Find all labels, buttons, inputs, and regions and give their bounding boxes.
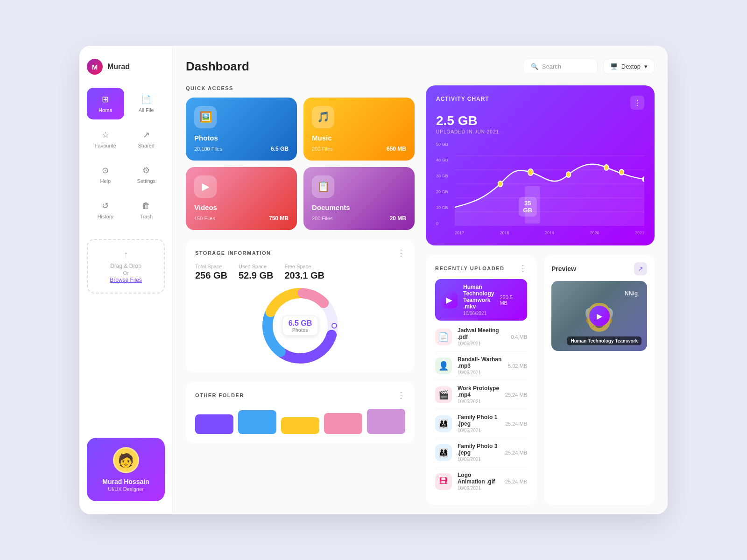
quick-access-section: QUICK ACCESS 🖼️ Photos 20,100 Files 6.5 … xyxy=(186,85,415,230)
storage-more-button[interactable]: ⋮ xyxy=(397,249,405,257)
chart-y-labels: 50 GB 40 GB 30 GB 20 GB 10 GB 0 xyxy=(436,142,448,226)
recent-item-1[interactable]: 📄 Jadwal Meeting .pdf 10/06/2021 0.4 MB xyxy=(435,322,527,351)
sidebar-item-label: All File xyxy=(139,107,154,113)
search-icon: 🔍 xyxy=(531,63,538,70)
sidebar: M Murad ⊞ Home 📄 All File ☆ Favourite ↗ … xyxy=(79,46,173,514)
sidebar-item-label: Help xyxy=(100,178,111,184)
donut-category: Photos xyxy=(289,328,312,333)
recent-item-0[interactable]: ▶ Human Technology Teamwork .mkv 10/06/2… xyxy=(435,279,527,321)
preview-expand-button[interactable]: ↗ xyxy=(634,262,647,275)
folder-bar-4[interactable] xyxy=(324,413,362,434)
music-files: 200 Files xyxy=(312,146,333,152)
avatar: 🧑 xyxy=(113,447,139,473)
sidebar-item-help[interactable]: ⊙ Help xyxy=(87,159,124,190)
other-folder-more-button[interactable]: ⋮ xyxy=(397,391,405,399)
recent-date-5: 10/06/2021 xyxy=(458,457,500,462)
recent-date-1: 10/06/2021 xyxy=(458,341,505,346)
search-box[interactable]: 🔍 Search xyxy=(523,59,598,74)
folder-bar-3[interactable] xyxy=(281,417,319,434)
recent-thumb-6: 🎞 xyxy=(435,473,452,490)
logo-name: Murad xyxy=(107,63,130,71)
sidebar-item-trash[interactable]: 🗑 Trash xyxy=(128,194,165,226)
recent-info-6: Logo Animation .gif 10/06/2021 xyxy=(458,472,500,491)
browse-files-link[interactable]: Browse Files xyxy=(110,277,142,283)
total-value: 256 GB xyxy=(195,270,227,281)
user-name: Murad Hossain xyxy=(92,478,159,485)
content-grid: QUICK ACCESS 🖼️ Photos 20,100 Files 6.5 … xyxy=(186,85,655,505)
sidebar-item-home[interactable]: ⊞ Home xyxy=(87,88,124,119)
sidebar-item-settings[interactable]: ⚙ Settings xyxy=(128,159,165,190)
free-space-stat: Free Space 203.1 GB xyxy=(284,264,324,281)
donut-size: 6.5 GB xyxy=(289,319,312,328)
desktop-button[interactable]: 🖥️ Dextop ▾ xyxy=(603,59,655,74)
sidebar-logo: M Murad xyxy=(87,59,165,75)
docs-files: 200 Files xyxy=(312,216,333,221)
activity-more-button[interactable]: ⋮ xyxy=(630,96,644,110)
recent-item-3[interactable]: 🎬 Work Prototype .mp4 10/06/2021 25.24 M… xyxy=(435,380,527,409)
recently-uploaded-header: RECENTLY UPLOADED ⋮ xyxy=(435,264,527,273)
main-content: Dashboard 🔍 Search 🖥️ Dextop ▾ QUICK ACC xyxy=(173,46,668,514)
sidebar-item-history[interactable]: ↺ History xyxy=(87,194,124,226)
chart-container: 50 GB 40 GB 30 GB 20 GB 10 GB 0 xyxy=(436,142,644,235)
recent-thumb-4: 👨‍👩‍👧 xyxy=(435,415,452,432)
chevron-down-icon: ▾ xyxy=(644,63,648,70)
recent-name-1: Jadwal Meeting .pdf xyxy=(458,327,505,340)
chart-svg xyxy=(455,142,644,226)
recent-item-5[interactable]: 👨‍👩‍👧 Family Photo 3 .jepg 10/06/2021 25… xyxy=(435,438,527,467)
y-label-2: 30 GB xyxy=(436,174,448,178)
recent-date-0: 10/06/2021 xyxy=(463,311,494,316)
sidebar-item-shared[interactable]: ↗ Shared xyxy=(128,123,165,155)
recent-info-3: Work Prototype .mp4 10/06/2021 xyxy=(458,385,500,404)
qa-card-music[interactable]: 🎵 Music 200 Files 650 MB xyxy=(303,98,415,161)
videos-files: 150 Files xyxy=(194,216,215,221)
videos-size: 750 MB xyxy=(269,215,289,222)
activity-sub: UPLOADED IN JUN 2021 xyxy=(436,129,644,134)
recent-date-2: 10/06/2021 xyxy=(458,370,502,375)
docs-size: 20 MB xyxy=(390,215,406,222)
used-space-stat: Used Space 52.9 GB xyxy=(239,264,273,281)
qa-card-documents[interactable]: 📋 Documents 200 Files 20 MB xyxy=(303,167,415,230)
sidebar-item-all-file[interactable]: 📄 All File xyxy=(128,88,165,119)
chart-x-labels: 2017 2018 2019 2020 2021 xyxy=(455,231,644,235)
user-card: 🧑 Murad Hossain UI/UX Designer xyxy=(87,438,165,501)
bottom-right: RECENTLY UPLOADED ⋮ ▶ Human Technology T… xyxy=(426,255,655,505)
recently-uploaded-section: RECENTLY UPLOADED ⋮ ▶ Human Technology T… xyxy=(426,255,536,505)
nav-grid: ⊞ Home 📄 All File ☆ Favourite ↗ Shared ⊙… xyxy=(87,88,165,226)
photos-icon: 🖼️ xyxy=(194,106,217,128)
sidebar-item-favourite[interactable]: ☆ Favourite xyxy=(87,123,124,155)
qa-card-videos[interactable]: ▶ Videos 150 Files 750 MB xyxy=(186,167,297,230)
recent-info-5: Family Photo 3 .jepg 10/06/2021 xyxy=(458,443,500,462)
recent-item-2[interactable]: 👤 Randall- Warhan .mp3 10/06/2021 5.02 M… xyxy=(435,351,527,380)
recently-uploaded-more-button[interactable]: ⋮ xyxy=(519,264,527,273)
x-label-3: 2020 xyxy=(590,231,599,235)
music-name: Music xyxy=(312,134,406,142)
music-icon: 🎵 xyxy=(312,106,334,128)
recent-item-6[interactable]: 🎞 Logo Animation .gif 10/06/2021 25.24 M… xyxy=(435,467,527,496)
recent-info-4: Family Photo 1 .jpeg 10/06/2021 xyxy=(458,414,500,433)
folder-bar-2[interactable] xyxy=(238,410,276,434)
x-label-4: 2021 xyxy=(635,231,644,235)
qa-card-photos[interactable]: 🖼️ Photos 20,100 Files 6.5 GB xyxy=(186,98,297,161)
storage-header: STORAGE INFORMATION ⋮ xyxy=(195,249,405,257)
donut-tooltip: 6.5 GB Photos xyxy=(282,316,318,336)
sidebar-item-label: Shared xyxy=(138,143,155,148)
y-label-4: 10 GB xyxy=(436,205,448,210)
storage-section: STORAGE INFORMATION ⋮ Total Space 256 GB… xyxy=(186,239,415,372)
recent-item-4[interactable]: 👨‍👩‍👧 Family Photo 1 .jpeg 10/06/2021 25… xyxy=(435,409,527,438)
preview-play-button[interactable]: ▶ xyxy=(589,306,610,326)
folder-bar-1[interactable] xyxy=(195,414,233,434)
sidebar-item-label: Favourite xyxy=(95,143,116,148)
recent-thumb-3: 🎬 xyxy=(435,386,452,403)
recent-size-2: 5.02 MB xyxy=(508,363,527,369)
recent-info-2: Randall- Warhan .mp3 10/06/2021 xyxy=(458,356,502,375)
folder-bar-5[interactable] xyxy=(367,409,405,434)
recent-thumb-0: ▶ xyxy=(441,292,458,308)
recent-name-0: Human Technology Teamwork .mkv xyxy=(463,284,494,310)
x-label-2: 2019 xyxy=(545,231,554,235)
svg-point-12 xyxy=(528,169,533,175)
x-label-0: 2017 xyxy=(455,231,464,235)
free-label: Free Space xyxy=(284,264,324,269)
recent-name-5: Family Photo 3 .jepg xyxy=(458,443,500,456)
chart-svg-area: 35 GB xyxy=(455,142,644,226)
svg-point-11 xyxy=(498,181,503,187)
